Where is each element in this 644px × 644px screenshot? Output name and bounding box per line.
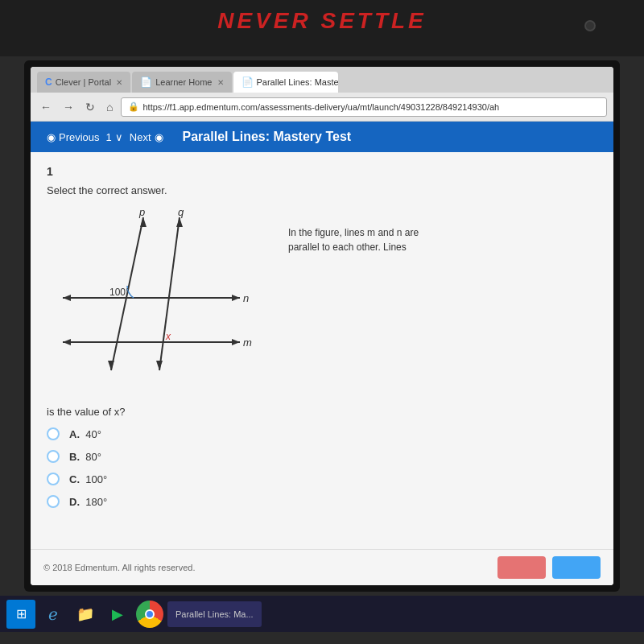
chrome-icon xyxy=(136,601,163,628)
learner-icon: 📄 xyxy=(140,76,152,88)
tab-learner-label: Learner Home xyxy=(155,77,212,87)
ie-button[interactable]: ℯ xyxy=(39,600,68,629)
previous-icon: ◉ xyxy=(47,131,56,143)
angle-label: 100° xyxy=(109,287,130,298)
next-button[interactable]: Next ◉ xyxy=(123,128,170,147)
svg-marker-11 xyxy=(156,361,163,370)
footer-blue-button[interactable] xyxy=(552,556,601,579)
choice-c-letter: C. xyxy=(69,473,80,485)
url-box[interactable]: 🔒 https://f1.app.edmentum.com/assessment… xyxy=(121,97,607,117)
radio-c[interactable] xyxy=(47,473,60,485)
radio-a[interactable] xyxy=(47,427,60,440)
choice-d[interactable]: D. 180° xyxy=(47,495,597,508)
svg-line-9 xyxy=(159,217,180,370)
windows-icon: ⊞ xyxy=(16,606,27,621)
screen-bezel: C Clever | Portal ✕ 📄 Learner Home ✕ 📄 P… xyxy=(24,60,620,592)
svg-marker-7 xyxy=(140,217,147,227)
choice-c-value: 100° xyxy=(85,473,107,485)
radio-d[interactable] xyxy=(47,495,60,508)
choice-d-label: D. 180° xyxy=(69,496,107,508)
footer-red-button[interactable] xyxy=(497,556,546,579)
tab-parallel-label: Parallel Lines: Mastery Te xyxy=(257,77,338,87)
svg-marker-10 xyxy=(176,217,183,227)
media-button[interactable]: ▶ xyxy=(103,600,132,629)
chrome-center xyxy=(145,609,155,619)
url-text: https://f1.app.edmentum.com/assessments-… xyxy=(142,102,499,112)
figure-area: p q n m 100° x In the figure, lines m an… xyxy=(47,209,597,390)
tab-close-learner[interactable]: ✕ xyxy=(217,78,224,87)
svg-marker-5 xyxy=(63,339,71,345)
choice-a[interactable]: A. 40° xyxy=(47,427,597,440)
tab-clever-label: Clever | Portal xyxy=(56,77,112,87)
geometry-diagram: p q n m 100° x xyxy=(47,209,272,386)
question-num-value: 1 xyxy=(106,131,112,143)
label-q: q xyxy=(178,209,184,218)
choice-b-value: 80° xyxy=(85,451,101,463)
svg-marker-8 xyxy=(108,361,114,370)
radio-b[interactable] xyxy=(47,450,60,463)
page-footer: © 2018 Edmentum. All rights reserved. xyxy=(31,549,613,585)
windows-button[interactable]: ⊞ xyxy=(6,600,35,629)
choice-c-label: C. 100° xyxy=(69,473,107,485)
copyright-text: © 2018 Edmentum. All rights reserved. xyxy=(43,563,195,572)
previous-button[interactable]: ◉ Previous xyxy=(40,128,106,147)
laptop-shell: NEVER SETTLE C Clever | Portal ✕ 📄 Learn… xyxy=(0,0,644,644)
banner-text: NEVER SETTLE xyxy=(217,8,427,34)
label-n: n xyxy=(243,292,249,304)
diagram-container: p q n m 100° x xyxy=(47,209,272,390)
question-number: 1 xyxy=(47,165,597,178)
choice-b-letter: B. xyxy=(69,451,80,463)
main-content: 1 Select the correct answer. xyxy=(31,152,613,549)
svg-marker-2 xyxy=(63,295,71,301)
question-number-display: 1 ∨ xyxy=(106,131,123,143)
choice-d-letter: D. xyxy=(69,496,80,508)
next-label: Next xyxy=(130,131,151,143)
value-question: is the value of x? xyxy=(47,406,597,418)
folder-icon: 📁 xyxy=(76,605,94,623)
choice-d-value: 180° xyxy=(85,496,107,508)
choice-c[interactable]: C. 100° xyxy=(47,473,597,485)
label-p: p xyxy=(138,209,145,218)
next-icon: ◉ xyxy=(155,131,163,143)
choice-a-value: 40° xyxy=(85,428,101,440)
label-x: x xyxy=(165,331,171,342)
tab-close-clever[interactable]: ✕ xyxy=(116,78,122,87)
back-button[interactable]: ← xyxy=(37,99,55,115)
ie-icon: ℯ xyxy=(48,605,58,624)
address-bar: ← → ↻ ⌂ 🔒 https://f1.app.edmentum.com/as… xyxy=(31,93,613,122)
choice-a-label: A. 40° xyxy=(69,428,101,440)
clever-icon: C xyxy=(45,76,52,88)
top-bar: NEVER SETTLE xyxy=(0,0,644,56)
svg-marker-1 xyxy=(232,295,240,301)
choice-b[interactable]: B. 80° xyxy=(47,450,597,463)
forward-button[interactable]: → xyxy=(60,99,77,115)
taskbar-app-label[interactable]: Parallel Lines: Ma... xyxy=(167,601,262,627)
refresh-button[interactable]: ↻ xyxy=(82,99,98,115)
tab-learner[interactable]: 📄 Learner Home ✕ xyxy=(132,72,231,93)
figure-description: In the figure, lines m and n are paralle… xyxy=(288,209,449,254)
camera xyxy=(584,20,596,31)
taskbar: ⊞ ℯ 📁 ▶ Parallel Lines: Ma... xyxy=(0,596,644,632)
chrome-button[interactable] xyxy=(135,600,164,629)
footer-buttons xyxy=(497,556,601,579)
question-prompt: Select the correct answer. xyxy=(47,184,597,196)
previous-label: Previous xyxy=(59,131,100,143)
lock-icon: 🔒 xyxy=(128,101,139,112)
choice-b-label: B. 80° xyxy=(69,451,101,463)
chevron-down-icon[interactable]: ∨ xyxy=(115,131,123,143)
toolbar-title: Parallel Lines: Mastery Test xyxy=(183,130,352,144)
parallel-icon: 📄 xyxy=(242,76,254,88)
answer-section: is the value of x? A. 40° B. 80° xyxy=(47,406,597,508)
folder-button[interactable]: 📁 xyxy=(71,600,100,629)
choice-a-letter: A. xyxy=(69,428,80,440)
tab-clever[interactable]: C Clever | Portal ✕ xyxy=(37,72,130,93)
label-m: m xyxy=(243,336,252,349)
tab-bar: C Clever | Portal ✕ 📄 Learner Home ✕ 📄 P… xyxy=(31,67,613,93)
home-button[interactable]: ⌂ xyxy=(103,99,116,115)
svg-marker-4 xyxy=(232,339,240,345)
tab-parallel[interactable]: 📄 Parallel Lines: Mastery Te ✕ xyxy=(233,72,338,93)
browser-window: C Clever | Portal ✕ 📄 Learner Home ✕ 📄 P… xyxy=(31,67,613,585)
media-icon: ▶ xyxy=(112,605,123,623)
edmentum-toolbar: ◉ Previous 1 ∨ Next ◉ Parallel Lines: Ma… xyxy=(31,122,613,152)
